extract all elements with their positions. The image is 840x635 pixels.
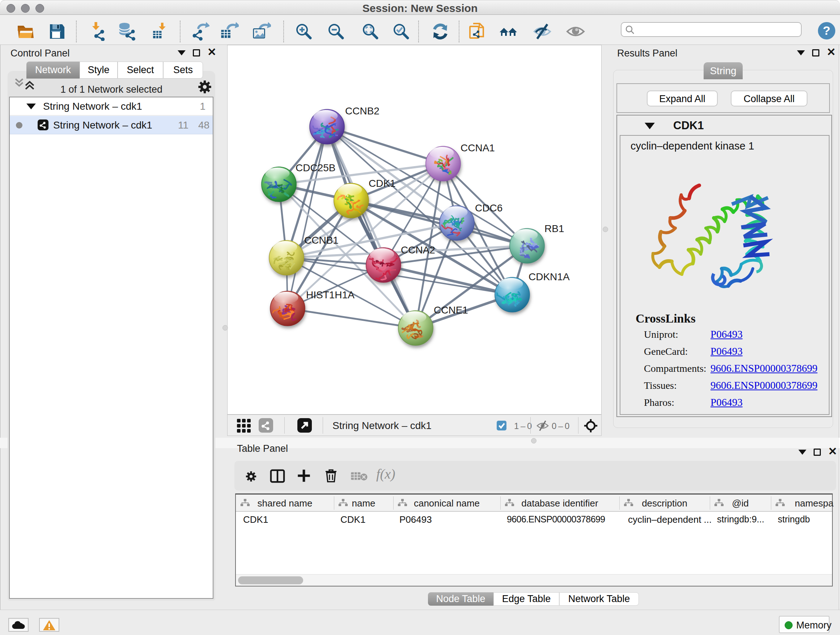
svg-text:CCNE1: CCNE1 (434, 304, 468, 316)
svg-text:?: ? (823, 24, 831, 37)
svg-text:HIST1H1A: HIST1H1A (306, 289, 355, 301)
svg-text:CCNA2: CCNA2 (401, 244, 435, 256)
svg-text:RB1: RB1 (545, 223, 564, 234)
svg-text:CCNA1: CCNA1 (461, 142, 495, 154)
svg-text:CCNB1: CCNB1 (304, 234, 339, 246)
svg-text:CDC25B: CDC25B (295, 162, 335, 173)
svg-text:CDKN1A: CDKN1A (529, 271, 570, 282)
svg-text:CDC6: CDC6 (475, 203, 502, 214)
svg-text:CCNB2: CCNB2 (345, 105, 379, 117)
svg-text:CDK1: CDK1 (369, 178, 396, 189)
